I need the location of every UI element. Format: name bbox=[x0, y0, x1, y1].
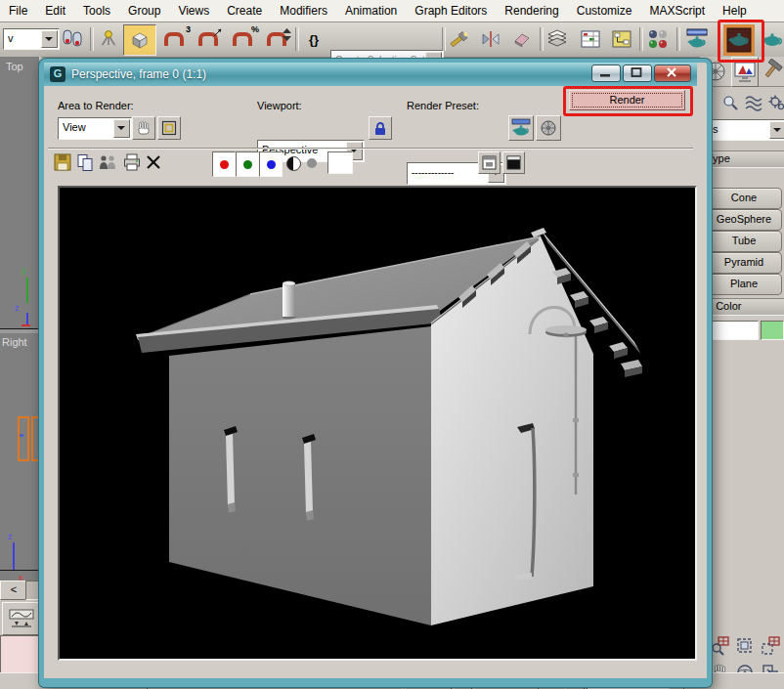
angle-snap-toggle-icon[interactable] bbox=[194, 26, 223, 52]
house-render bbox=[60, 188, 695, 659]
select-and-manipulate-icon[interactable] bbox=[95, 26, 122, 52]
spinner-snap-toggle-icon[interactable] bbox=[262, 26, 291, 52]
schematic-view-icon[interactable] bbox=[608, 26, 635, 52]
align-icon[interactable] bbox=[508, 26, 536, 52]
menu-help[interactable]: Help bbox=[714, 1, 756, 22]
zoom-extents-all-icon[interactable] bbox=[759, 635, 782, 657]
edit-region-hand-icon[interactable] bbox=[132, 116, 155, 140]
name-color-rollout[interactable]: d Color bbox=[702, 298, 784, 316]
save-image-icon[interactable] bbox=[54, 153, 71, 175]
render-setup-button[interactable] bbox=[508, 115, 534, 141]
timeline-scroll-left-button[interactable]: < bbox=[0, 581, 27, 600]
maxscript-listener-pink[interactable] bbox=[0, 635, 41, 673]
curve-icon bbox=[9, 609, 34, 628]
chevron-down-icon[interactable] bbox=[113, 119, 130, 138]
copy-image-icon[interactable] bbox=[76, 153, 94, 175]
create-tube-button[interactable]: Tube bbox=[706, 231, 782, 252]
category-helpers-icon[interactable] bbox=[721, 94, 739, 115]
primitives-category-combo[interactable]: es bbox=[702, 119, 784, 141]
create-plane-button[interactable]: Plane bbox=[706, 274, 782, 295]
menu-file[interactable]: File bbox=[0, 1, 36, 22]
viewport-label-right[interactable]: Right bbox=[2, 336, 27, 348]
red-channel-toggle[interactable] bbox=[212, 151, 236, 177]
axis-y-line bbox=[26, 278, 28, 303]
clone-window-icon[interactable] bbox=[98, 153, 119, 175]
toolbar-separator bbox=[676, 27, 680, 51]
track-view-toggle-icon[interactable] bbox=[446, 26, 473, 52]
toggle-ui-icon[interactable] bbox=[502, 151, 525, 174]
object-type-rollout[interactable]: Type bbox=[702, 151, 784, 168]
viewport-label: Viewport: bbox=[257, 100, 302, 111]
category-space-warps-icon[interactable] bbox=[745, 94, 762, 115]
percent-snap-toggle-icon[interactable]: % bbox=[228, 26, 257, 52]
monochrome-toggle[interactable] bbox=[286, 156, 301, 171]
dialog-client-area: Area to Render: Viewport: Render Preset:… bbox=[44, 86, 697, 661]
clear-image-icon[interactable] bbox=[146, 154, 161, 174]
object-color-swatch[interactable] bbox=[761, 321, 784, 340]
layer-manager-icon[interactable] bbox=[544, 26, 571, 52]
menu-animation[interactable]: Animation bbox=[336, 1, 406, 22]
render-icon-highlight bbox=[718, 20, 764, 63]
menu-tools[interactable]: Tools bbox=[74, 1, 119, 22]
menu-views[interactable]: Views bbox=[169, 1, 218, 22]
chevron-down-icon[interactable] bbox=[41, 30, 58, 48]
auto-region-icon[interactable] bbox=[157, 116, 181, 140]
menu-modifiers[interactable]: Modifiers bbox=[271, 1, 336, 22]
viewport-label-top[interactable]: Top bbox=[6, 61, 23, 72]
render-button-highlight bbox=[563, 86, 693, 116]
layered-image-icon[interactable] bbox=[478, 151, 501, 174]
blue-channel-toggle[interactable] bbox=[259, 151, 283, 177]
zoom-extents-icon[interactable] bbox=[733, 635, 757, 657]
area-to-render-label: Area to Render: bbox=[58, 100, 134, 111]
minimize-button[interactable] bbox=[591, 65, 621, 82]
snaps-toggle-icon[interactable] bbox=[123, 24, 156, 56]
lock-viewport-icon[interactable] bbox=[369, 116, 392, 140]
mirror-icon[interactable] bbox=[477, 26, 504, 52]
create-pyramid-button[interactable]: Pyramid bbox=[706, 252, 782, 274]
menu-customize[interactable]: Customize bbox=[568, 1, 641, 22]
menu-create[interactable]: Create bbox=[218, 1, 271, 22]
tab-utilities-hammer-icon[interactable] bbox=[761, 59, 784, 88]
grid-line bbox=[0, 570, 39, 571]
area-to-render-value: View bbox=[63, 121, 86, 133]
vertex-tick bbox=[20, 434, 23, 437]
viewport-strip: Top y z Right z x bbox=[0, 57, 41, 581]
menu-rendering[interactable]: Rendering bbox=[496, 1, 567, 22]
main-toolbar: v 3 % {} Create Selection Set bbox=[0, 22, 784, 58]
command-panel: es Type id d Color bbox=[700, 57, 784, 689]
curve-editor-icon[interactable] bbox=[577, 26, 604, 52]
snap-toggle-3d-icon[interactable]: 3 bbox=[159, 26, 189, 52]
maximize-button[interactable] bbox=[623, 65, 652, 82]
print-image-icon[interactable] bbox=[123, 153, 141, 175]
dialog-title-bar[interactable]: G Perspective, frame 0 (1:1) bbox=[44, 63, 697, 86]
category-systems-gear-icon[interactable] bbox=[768, 94, 784, 115]
axis-z-label: z bbox=[8, 532, 13, 541]
menu-graph-editors[interactable]: Graph Editors bbox=[406, 1, 496, 22]
area-to-render-combo[interactable]: View bbox=[58, 117, 132, 140]
link-tools-icon[interactable] bbox=[59, 26, 86, 52]
create-cone-button[interactable]: Cone bbox=[706, 188, 782, 209]
create-geosphere-button[interactable]: GeoSphere bbox=[706, 209, 782, 231]
rendered-frame-window: G Perspective, frame 0 (1:1) Area to Ren… bbox=[39, 59, 712, 687]
render-preset-value: ------------- bbox=[412, 167, 454, 178]
background-color-swatch[interactable] bbox=[327, 151, 353, 174]
menu-group[interactable]: Group bbox=[119, 1, 169, 22]
environment-sphere-icon[interactable] bbox=[536, 115, 561, 141]
edit-named-selection-sets-icon[interactable]: {} bbox=[300, 26, 327, 52]
green-channel-toggle[interactable] bbox=[236, 151, 259, 177]
menu-edit[interactable]: Edit bbox=[36, 1, 74, 22]
alpha-channel-toggle[interactable] bbox=[307, 158, 317, 168]
mini-curve-editor-button[interactable] bbox=[2, 602, 41, 635]
close-button[interactable] bbox=[654, 65, 691, 82]
chevron-down-icon[interactable] bbox=[769, 121, 784, 139]
selection-filter-combo[interactable]: v bbox=[3, 28, 60, 50]
material-editor-icon[interactable] bbox=[643, 26, 673, 52]
menu-maxscript[interactable]: MAXScript bbox=[640, 1, 714, 22]
selection-filter-value: v bbox=[8, 32, 14, 44]
snap-3-label: 3 bbox=[186, 24, 191, 34]
app-logo-icon: G bbox=[50, 66, 65, 82]
3dsmax-application-window: File Edit Tools Group Views Create Modif… bbox=[0, 0, 784, 689]
toolbar-divider bbox=[48, 148, 693, 150]
render-setup-icon[interactable] bbox=[682, 26, 712, 52]
axis-z-label: z bbox=[15, 303, 20, 313]
